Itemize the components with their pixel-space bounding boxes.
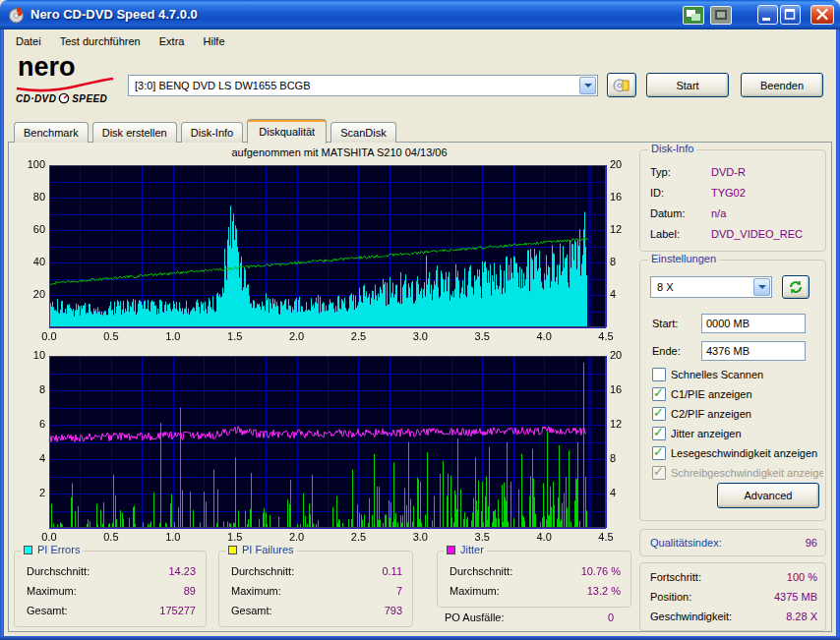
group-qualitaetsindex: Qualitätsindex: 96 bbox=[639, 529, 826, 556]
advanced-button[interactable]: Advanced bbox=[717, 483, 819, 508]
tab-disk-info[interactable]: Disk-Info bbox=[181, 122, 243, 143]
jitter-legend-swatch bbox=[447, 546, 455, 554]
disc-info-icon bbox=[613, 78, 630, 93]
menu-extra[interactable]: Extra bbox=[151, 29, 193, 55]
group-einstellungen: Einstellungen 8 X Start: Ende: Schnelles… bbox=[639, 260, 826, 521]
tab-benchmark[interactable]: Benchmark bbox=[14, 122, 89, 143]
maximize-button[interactable] bbox=[780, 5, 801, 25]
disk-type-value: DVD-R bbox=[711, 166, 746, 178]
chart-caption: aufgenommen mit MATSHITA S210 04/13/06 bbox=[61, 146, 618, 158]
stat-row: Durchschnitt:0.11 bbox=[231, 565, 402, 581]
speed-select-value: 8 X bbox=[657, 281, 674, 293]
po-failures-value: 0 bbox=[608, 611, 614, 623]
maximize-icon bbox=[781, 6, 800, 24]
speed-select-dropdown-button[interactable] bbox=[753, 278, 770, 296]
drive-select[interactable]: [3:0] BENQ DVD LS DW1655 BCGB bbox=[128, 75, 598, 96]
stat-row: Maximum:89 bbox=[27, 585, 196, 601]
title-bar[interactable]: Nero CD-DVD Speed 4.7.0.0 bbox=[0, 0, 840, 29]
ende-field-label: Ende: bbox=[652, 345, 681, 357]
speedometer-icon bbox=[58, 92, 70, 104]
disk-date-row: Datum:n/a bbox=[650, 207, 819, 223]
pi-failures-jitter-chart bbox=[14, 350, 633, 545]
checkbox-c2-pif-anzeigen[interactable]: C2/PIF anzeigen bbox=[652, 406, 823, 422]
logo-cddvd-text: CD·DVD bbox=[16, 93, 56, 104]
stat-row: Maximum:7 bbox=[231, 585, 402, 601]
speed-row: Geschwindigkeit:8.28 X bbox=[650, 611, 817, 626]
checkbox-jitter-anzeigen[interactable]: Jitter anzeigen bbox=[652, 426, 823, 441]
window-border-bottom bbox=[0, 636, 840, 640]
group-progress: Fortschritt:100 % Position:4375 MB Gesch… bbox=[639, 562, 826, 631]
beenden-button[interactable]: Beenden bbox=[741, 73, 823, 97]
checkbox-icon bbox=[652, 466, 666, 480]
group-title: PI Errors bbox=[37, 544, 80, 555]
quality-index-row: Qualitätsindex: 96 bbox=[650, 530, 817, 555]
po-failures-row: PO Ausfälle: 0 bbox=[445, 611, 614, 623]
position-value: 4375 MB bbox=[774, 591, 817, 607]
start-button[interactable]: Start bbox=[646, 73, 729, 97]
window-icon bbox=[711, 7, 731, 24]
stat-row: Durchschnitt:10.76 % bbox=[450, 565, 621, 581]
group-pi-failures: PI Failures Durchschnitt:0.11 Maximum:7 … bbox=[218, 551, 413, 627]
logo-speed-text: SPEED bbox=[72, 93, 107, 104]
tab-disk-erstellen[interactable]: Disk erstellen bbox=[92, 122, 177, 143]
quality-index-value: 96 bbox=[806, 537, 817, 549]
menu-datei[interactable]: Datei bbox=[8, 29, 49, 55]
refresh-icon bbox=[788, 279, 804, 295]
position-row: Position:4375 MB bbox=[650, 591, 817, 607]
stat-row: Durchschnitt:14.23 bbox=[27, 565, 196, 581]
drive-select-value: [3:0] BENQ DVD LS DW1655 BCGB bbox=[135, 80, 311, 91]
group-pi-errors: PI Errors Durchschnitt:14.23 Maximum:89 … bbox=[14, 551, 207, 627]
drive-select-dropdown-button[interactable] bbox=[579, 77, 596, 94]
pi-failures-legend-swatch bbox=[228, 546, 237, 554]
group-title: PI Failures bbox=[242, 544, 294, 555]
checkbox-lesegeschwindigkeit[interactable]: Lesegeschwindigkeit anzeigen bbox=[652, 445, 823, 461]
progress-value: 100 % bbox=[787, 571, 817, 587]
refresh-speeds-button[interactable] bbox=[782, 275, 810, 299]
windows-icon bbox=[684, 7, 703, 24]
group-title: Disk-Info bbox=[648, 143, 696, 154]
disk-id-row: ID:TYG02 bbox=[650, 187, 819, 203]
speed-value: 8.28 X bbox=[786, 611, 817, 626]
menu-hilfe[interactable]: Hilfe bbox=[196, 29, 233, 55]
close-button[interactable] bbox=[810, 5, 834, 25]
window-border-right bbox=[836, 29, 840, 640]
checkbox-c1-pie-anzeigen[interactable]: C1/PIE anzeigen bbox=[652, 386, 823, 402]
chevron-down-icon bbox=[758, 285, 766, 293]
stat-row: Gesamt:175277 bbox=[27, 605, 196, 620]
speed-select[interactable]: 8 X bbox=[650, 276, 772, 298]
ende-field[interactable] bbox=[701, 341, 806, 361]
disk-type-row: Typ:DVD-R bbox=[650, 166, 819, 182]
minimize-button[interactable] bbox=[757, 5, 778, 25]
quality-index-label: Qualitätsindex: bbox=[650, 537, 722, 549]
group-title: Einstellungen bbox=[648, 253, 719, 264]
menu-test-durchfuehren[interactable]: Test durchführen bbox=[52, 29, 149, 55]
group-title: Jitter bbox=[460, 544, 484, 555]
minimize-icon bbox=[758, 6, 777, 24]
window-border-left bbox=[0, 29, 4, 640]
disk-id-value: TYG02 bbox=[711, 187, 746, 199]
pi-errors-legend-swatch bbox=[24, 546, 32, 554]
disk-label-value: DVD_VIDEO_REC bbox=[711, 228, 803, 240]
checkbox-icon bbox=[652, 407, 666, 421]
checkbox-icon bbox=[652, 427, 666, 440]
disk-label-row: Label:DVD_VIDEO_REC bbox=[650, 228, 819, 244]
tab-scandisk[interactable]: ScanDisk bbox=[330, 122, 395, 143]
checkbox-icon bbox=[652, 368, 666, 381]
titlebar-extra-button-1[interactable] bbox=[683, 6, 704, 25]
menu-bar: Datei Test durchführen Extra Hilfe bbox=[4, 29, 836, 55]
titlebar-extra-button-2[interactable] bbox=[710, 6, 732, 25]
checkbox-schreibgeschwindigkeit[interactable]: Schreibgeschwindigkeit anzeigen bbox=[652, 465, 823, 481]
checkbox-icon bbox=[652, 387, 666, 401]
start-field[interactable] bbox=[701, 314, 806, 333]
start-field-label: Start: bbox=[652, 318, 678, 329]
stat-row: Gesamt:793 bbox=[231, 605, 402, 620]
nero-app-icon bbox=[7, 5, 27, 25]
tab-diskqualitaet[interactable]: Diskqualität bbox=[247, 119, 327, 144]
app-window: Nero CD-DVD Speed 4.7.0.0 Datei Test dur… bbox=[0, 0, 840, 640]
checkbox-schnelles-scannen[interactable]: Schnelles Scannen bbox=[652, 367, 823, 382]
drive-extra-button[interactable] bbox=[607, 73, 636, 97]
logo-swoosh bbox=[16, 78, 114, 92]
chevron-down-icon bbox=[584, 84, 592, 91]
po-failures-label: PO Ausfälle: bbox=[445, 611, 505, 623]
window-title: Nero CD-DVD Speed 4.7.0.0 bbox=[30, 7, 198, 22]
